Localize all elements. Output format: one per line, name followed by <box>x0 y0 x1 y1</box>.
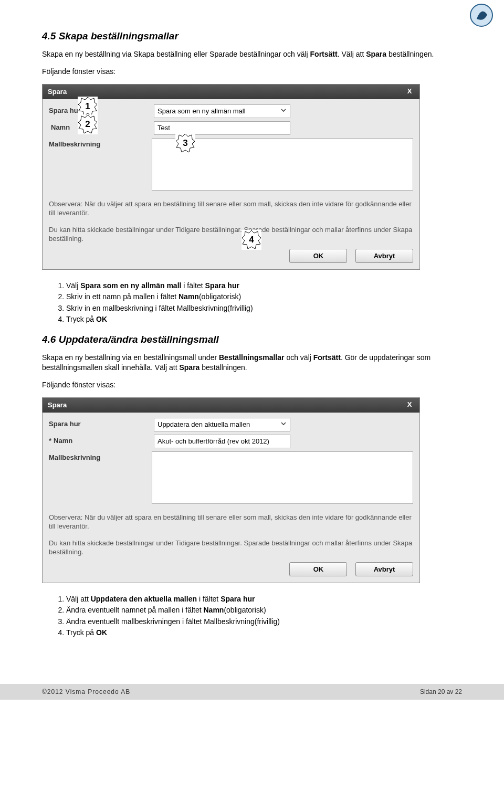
steps-45: Välj Spara som en ny allmän mall i fälte… <box>66 280 462 324</box>
callout-4: 4 <box>242 230 261 250</box>
mallbeskrivning-textarea[interactable] <box>152 451 413 504</box>
spara-dialog-2: Spara X Spara hur Uppdatera den aktuella… <box>42 397 420 583</box>
list-item: Tryck på OK <box>66 314 462 324</box>
spara-hur-value: Uppdatera den aktuella mallen <box>158 420 250 428</box>
footer-copyright: ©2012 Visma Proceedo AB <box>42 688 130 695</box>
ok-button[interactable]: OK <box>289 249 347 263</box>
dialog-note-2: Du kan hitta skickade beställningar unde… <box>49 539 413 557</box>
chevron-down-icon <box>280 107 287 115</box>
label-spara-hur: Spara hur <box>49 104 154 114</box>
dialog-note-2: Du kan hitta skickade beställningar unde… <box>49 225 413 244</box>
section-45-intro: Skapa en ny beställning via Skapa bestäl… <box>42 49 462 59</box>
list-item: Skriv in en mallbeskrivning i fältet Mal… <box>66 303 462 313</box>
spara-hur-select[interactable]: Uppdatera den aktuella mallen <box>154 418 290 431</box>
spara-hur-value: Spara som en ny allmän mall <box>158 107 246 115</box>
section-45-heading: 4.5 Skapa beställningsmallar <box>42 30 462 42</box>
section-46-intro: Skapa en ny beställning via en beställni… <box>42 353 462 373</box>
callout-1: 1 <box>78 97 98 117</box>
page-footer: ©2012 Visma Proceedo AB Sidan 20 av 22 <box>0 684 504 700</box>
cancel-button[interactable]: Avbryt <box>355 562 413 576</box>
list-item: Välj att Uppdatera den aktuella mallen i… <box>66 594 462 604</box>
section-46-heading: 4.6 Uppdatera/ändra beställningsmall <box>42 334 462 345</box>
footer-page-number: Sidan 20 av 22 <box>420 688 462 695</box>
label-mallbeskrivning: Mallbeskrivning <box>49 138 152 148</box>
list-item: Ändra eventuellt namnet på mallen i fält… <box>66 605 462 615</box>
label-namn: *Namn <box>49 435 154 445</box>
list-item: Skriv in ett namn på mallen i fältet Nam… <box>66 291 462 302</box>
dialog-note-1: Observera: När du väljer att spara en be… <box>49 199 413 218</box>
close-icon[interactable]: X <box>405 400 414 410</box>
dialog-title: Spara <box>48 401 67 409</box>
section-46-following: Följande fönster visas: <box>42 380 462 390</box>
callout-2: 2 <box>78 114 98 134</box>
list-item: Ändra eventuellt mallbeskrivningen i fäl… <box>66 616 462 627</box>
label-mallbeskrivning: Mallbeskrivning <box>49 451 152 461</box>
callout-3: 3 <box>175 133 195 153</box>
close-icon[interactable]: X <box>405 87 414 97</box>
dialog-title: Spara <box>48 88 67 96</box>
dialog-note-1: Observera: När du väljer att spara en be… <box>49 513 413 531</box>
ok-button[interactable]: OK <box>289 562 347 576</box>
steps-46: Välj att Uppdatera den aktuella mallen i… <box>66 594 462 638</box>
namn-input[interactable] <box>154 435 290 448</box>
cancel-button[interactable]: Avbryt <box>355 249 413 263</box>
list-item: Tryck på OK <box>66 627 462 638</box>
app-logo-icon <box>469 3 494 27</box>
spara-dialog-1: Spara X Spara hur Spara som en ny allmän… <box>42 84 420 270</box>
label-spara-hur: Spara hur <box>49 418 154 428</box>
spara-hur-select[interactable]: Spara som en ny allmän mall <box>154 104 290 118</box>
namn-input[interactable] <box>154 121 290 135</box>
label-namn: Namn <box>49 121 154 131</box>
list-item: Välj Spara som en ny allmän mall i fälte… <box>66 280 462 291</box>
chevron-down-icon <box>280 420 287 428</box>
section-45-following: Följande fönster visas: <box>42 67 462 77</box>
